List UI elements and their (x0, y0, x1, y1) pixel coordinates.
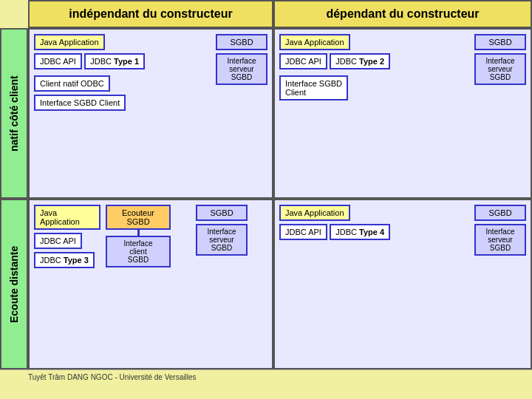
jdbc-api-br: JDBC API (279, 224, 327, 240)
sidebar-bottom-label: Ecoute distante (0, 199, 28, 369)
footer-text: Tuyêt Trâm DANG NGOC - Université de Ver… (28, 373, 196, 381)
interface-sgbd-tr: Interface SGBDClient (279, 75, 468, 103)
tr-layout: Java Application JDBC API JDBC Type 2 In… (279, 34, 526, 103)
bl-left: Java Application JDBC API JDBC Type 3 (34, 205, 100, 271)
main-container: indépendant du constructeur dépendant du… (0, 0, 532, 399)
bl-middle: Ecouteur SGBD InterfaceclientSGBD (105, 205, 171, 271)
grid-content: Java Application JDBC API JDBC Type 1 Cl… (28, 28, 532, 369)
interface-client-sgbd: InterfaceclientSGBD (106, 236, 171, 267)
tl-layout: Java Application JDBC API JDBC Type 1 Cl… (34, 34, 267, 114)
independent-label: indépendant du constructeur (69, 7, 232, 21)
main-grid: natif côté client Ecoute distante Java A… (0, 28, 532, 369)
sgbd-br: SGBD (474, 205, 526, 221)
tl-left: Java Application JDBC API JDBC Type 1 Cl… (34, 34, 210, 114)
tr-left: Java Application JDBC API JDBC Type 2 In… (279, 34, 468, 103)
sidebar: natif côté client Ecoute distante (0, 28, 28, 369)
jdbc-type1: JDBC Type 1 (84, 53, 145, 69)
cell-top-right: Java Application JDBC API JDBC Type 2 In… (273, 28, 532, 199)
top-row: Java Application JDBC API JDBC Type 1 Cl… (28, 28, 532, 199)
interface-serveur-tl: InterfaceserveurSGBD (216, 53, 267, 85)
jdbc-type3: JDBC Type 3 (34, 252, 95, 268)
footer: Tuyêt Trâm DANG NGOC - Université de Ver… (0, 369, 532, 384)
interface-serveur-tr: InterfaceserveurSGBD (474, 53, 526, 85)
dependent-label: dépendant du constructeur (326, 7, 479, 21)
client-natif-box: Client natif ODBC (34, 75, 210, 95)
java-app-tr: Java Application (279, 34, 350, 50)
sgbd-bl: SGBD (196, 205, 248, 221)
interface-sgbd-client-tl: Interface SGBD Client (34, 95, 126, 111)
jdbc-type4: JDBC Type 4 (330, 224, 390, 240)
java-app-tl: Java Application (34, 34, 105, 50)
cell-bottom-right: Java Application JDBC API JDBC Type 4 (273, 199, 532, 369)
header-spacer (0, 0, 28, 28)
java-app-bl: Java Application (34, 205, 100, 230)
jdbc-type2: JDBC Type 2 (330, 53, 390, 69)
interface-serveur-bl: InterfaceserveurSGBD (196, 224, 248, 256)
header-row: indépendant du constructeur dépendant du… (0, 0, 532, 28)
sidebar-top-label: natif côté client (0, 28, 28, 199)
jdbc-api-tr: JDBC API (279, 53, 327, 69)
br-layout: Java Application JDBC API JDBC Type 4 (279, 205, 526, 256)
jdbc-api-tl: JDBC API (34, 53, 82, 69)
bl-layout: Java Application JDBC API JDBC Type 3 (34, 205, 267, 271)
interface-serveur-br: InterfaceserveurSGBD (474, 224, 526, 256)
header-independent: indépendant du constructeur (28, 0, 273, 28)
bottom-row: Java Application JDBC API JDBC Type 3 (28, 199, 532, 369)
br-left: Java Application JDBC API JDBC Type 4 (279, 205, 468, 256)
tl-right: SGBD InterfaceserveurSGBD (216, 34, 267, 114)
bl-right: SGBD InterfaceserveurSGBD (176, 205, 267, 271)
sgbd-tl: SGBD (216, 34, 267, 50)
cell-top-left: Java Application JDBC API JDBC Type 1 Cl… (28, 28, 273, 199)
header-dependent: dépendant du constructeur (273, 0, 532, 28)
br-right: SGBD InterfaceserveurSGBD (474, 205, 526, 256)
sgbd-tr: SGBD (474, 34, 526, 50)
connector-v (137, 230, 140, 236)
cell-bottom-left: Java Application JDBC API JDBC Type 3 (28, 199, 273, 369)
jdbc-api-bl: JDBC API (34, 233, 82, 249)
ecouteur-sgbd: Ecouteur SGBD (106, 205, 171, 230)
java-app-br: Java Application (279, 205, 350, 221)
tr-right: SGBD InterfaceserveurSGBD (474, 34, 526, 103)
